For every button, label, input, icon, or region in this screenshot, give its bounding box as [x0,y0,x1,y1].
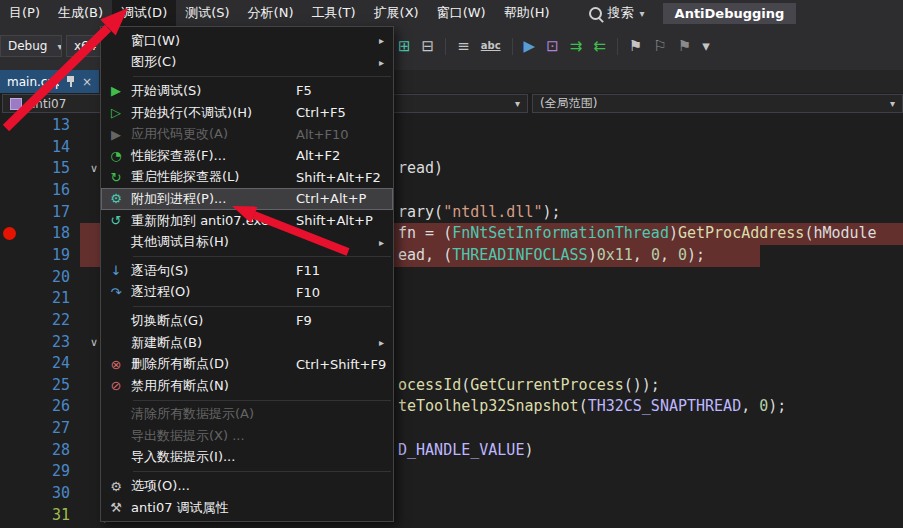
menubar-item-4[interactable]: 分析(N) [239,0,303,26]
toolbar-icon-group: ⊞⊟≡abc▶⊡⇉⇇⚑⚐⚑▾ [398,34,710,58]
menu-item-17[interactable]: ⊗删除所有断点(D)Ctrl+Shift+F9 [101,353,393,375]
line-number[interactable]: 29 [0,461,70,483]
line-number[interactable]: 23 [0,332,70,354]
line-number[interactable]: 27 [0,418,70,440]
line-number[interactable]: 17 [0,202,70,224]
toolbar-separator [617,38,618,55]
search-label: 搜索 [608,4,634,22]
prev-bookmark-icon[interactable]: ⚐ [653,34,666,58]
menu-item-16[interactable]: 新建断点(B)▸ [101,332,393,354]
line-number[interactable]: 16 [0,180,70,202]
menubar-item-7[interactable]: 窗口(W) [428,0,495,26]
line-number[interactable]: 22 [0,310,70,332]
line-number[interactable]: 13 [0,115,70,137]
line-detail-icon[interactable]: ≡ [457,34,470,58]
submenu-arrow-icon: ▸ [379,35,384,46]
compare-files-icon[interactable]: ⊞ [398,34,411,58]
menu-item-1[interactable]: 图形(C)▸ [101,52,393,74]
menubar-item-3[interactable]: 测试(S) [176,0,238,26]
debug-properties-icon: ⚒ [101,500,131,515]
tab-label: main.cpp [7,75,59,89]
menu-item-shortcut: Ctrl+Alt+P [296,191,366,206]
menu-item-15[interactable]: 切换断点(G)F9 [101,310,393,332]
menu-item-6[interactable]: ◔性能探查器(F)...Alt+F2 [101,145,393,167]
menu-item-21: 导出数据提示(X) ... [101,425,393,447]
menu-item-label: 删除所有断点(D) [131,355,229,373]
menu-item-label: anti07 调试属性 [131,499,229,517]
line-number[interactable]: 21 [0,288,70,310]
run-to-cursor-icon[interactable]: ▶ [524,34,536,58]
code-text: teToolhelp32Snapshot(TH32CS_SNAPTHREAD, … [398,396,786,418]
spell-check-icon[interactable]: abc [481,34,501,58]
toggle-bookmark-icon[interactable]: ⚑ [629,34,642,58]
code-text: ocessId(GetCurrentProcess()); [398,375,660,397]
menu-item-label: 图形(C) [131,53,176,71]
menu-item-label: 窗口(W) [131,32,180,50]
menu-item-label: 选项(O)... [131,477,190,495]
line-number[interactable]: 15 [0,158,70,180]
menubar-item-2[interactable]: 调试(D) [112,0,176,26]
disable-all-breakpoints-icon: ⊘ [101,378,131,393]
pin-icon[interactable] [66,75,75,88]
menu-item-3[interactable]: ▶开始调试(S)F5 [101,80,393,102]
code-block-icon[interactable]: ⊡ [546,34,559,58]
performance-profiler-icon: ◔ [101,148,131,163]
line-number[interactable]: 14 [0,137,70,159]
close-icon[interactable]: × [82,75,92,89]
menubar-item-8[interactable]: 帮助(H) [495,0,559,26]
search-box[interactable]: 搜索 ▾ [589,4,645,22]
toolbar-overflow-icon[interactable]: ▾ [702,34,710,58]
member-scope-dropdown[interactable]: (全局范围) ▾ [532,94,903,113]
debug-menu-popup: 窗口(W)▸图形(C)▸▶开始调试(S)F5▷开始执行(不调试)(H)Ctrl+… [100,26,394,522]
menu-item-12[interactable]: ↓逐语句(S)F11 [101,260,393,282]
menu-item-0[interactable]: 窗口(W)▸ [101,30,393,52]
line-number[interactable]: 26 [0,396,70,418]
menu-item-9[interactable]: ↺重新附加到 anti07.exe...Shift+Alt+P [101,210,393,232]
options-gear-icon: ⚙ [101,479,131,494]
menu-item-22[interactable]: 导入数据提示(I)... [101,447,393,469]
next-bookmark-icon[interactable]: ⚑ [678,34,691,58]
menu-item-18[interactable]: ⊘禁用所有断点(N) [101,375,393,397]
submenu-arrow-icon: ▸ [379,237,384,248]
line-number[interactable]: 19 [0,245,70,267]
chevron-down-icon: ▾ [515,98,520,109]
line-number[interactable]: 20 [0,267,70,289]
menu-item-shortcut: Ctrl+F5 [296,105,346,120]
chevron-down-icon: ▾ [57,41,62,52]
menu-item-shortcut: Ctrl+Shift+F9 [296,357,386,372]
menubar-item-6[interactable]: 扩展(X) [365,0,428,26]
menu-item-25[interactable]: ⚒anti07 调试属性 [101,497,393,519]
menu-separator [133,471,391,472]
project-dropdown[interactable]: anti07 [2,94,106,113]
solution-platforms-dropdown[interactable]: x64 [66,35,102,57]
line-number[interactable]: 30 [0,483,70,505]
save-all-icon[interactable]: ⊟ [422,34,435,58]
indent-icon[interactable]: ⇉ [570,34,583,58]
menu-item-5: ▶应用代码更改(A)Alt+F10 [101,123,393,145]
scope-value: (全局范围) [540,95,597,112]
solution-configurations-dropdown[interactable]: Debug ▾ [0,35,62,57]
menu-item-label: 新建断点(B) [131,334,202,352]
code-text: rary("ntdll.dll"); [398,202,561,224]
menu-item-label: 切换断点(G) [131,312,203,330]
code-fold-icon[interactable]: ∨ [90,160,98,178]
chevron-down-icon: ▾ [890,98,895,109]
line-number[interactable]: 24 [0,353,70,375]
menu-item-4[interactable]: ▷开始执行(不调试)(H)Ctrl+F5 [101,102,393,124]
menubar-item-0[interactable]: 目(P) [0,0,49,26]
menu-item-8[interactable]: ⚙附加到进程(P)...Ctrl+Alt+P [101,188,393,210]
menu-item-24[interactable]: ⚙选项(O)... [101,475,393,497]
menubar-item-1[interactable]: 生成(B) [49,0,112,26]
tab-main-cpp[interactable]: main.cpp × [0,70,99,93]
menu-item-10[interactable]: 其他调试目标(H)▸ [101,231,393,253]
line-number[interactable]: 31 [0,505,70,527]
menubar-item-5[interactable]: 工具(T) [302,0,364,26]
menu-item-shortcut: F5 [296,83,312,98]
menu-item-13[interactable]: ↷逐过程(O)F10 [101,282,393,304]
code-fold-icon[interactable]: ∨ [90,334,98,352]
outdent-icon[interactable]: ⇇ [593,34,606,58]
line-number[interactable]: 25 [0,375,70,397]
toolbar-separator [512,38,513,55]
line-number[interactable]: 28 [0,440,70,462]
menu-item-7[interactable]: ↻重启性能探查器(L)Shift+Alt+F2 [101,167,393,189]
